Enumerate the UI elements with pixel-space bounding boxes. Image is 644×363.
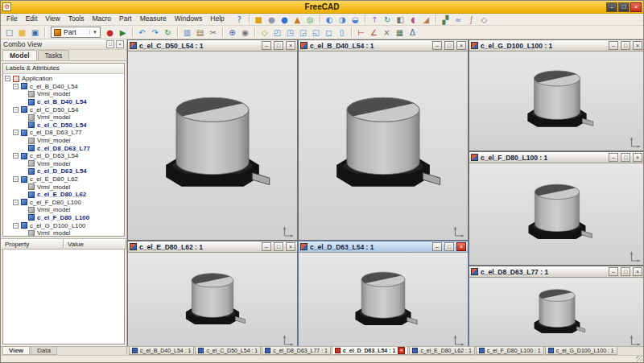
restore-button[interactable]: □: [621, 41, 630, 50]
resize-grip[interactable]: [636, 356, 642, 361]
collapse-icon[interactable]: −: [5, 76, 10, 81]
loft-icon[interactable]: ≈: [452, 14, 464, 25]
minimize-button[interactable]: –: [432, 242, 442, 251]
open-document-icon[interactable]: ■: [16, 27, 28, 38]
measure-linear-icon[interactable]: ⊢: [355, 27, 367, 38]
tree-item-c-el-d8-d63-l77[interactable]: c_el_D8_D63_L77: [3, 144, 124, 152]
view-rear-icon[interactable]: ◱: [310, 27, 322, 38]
window-tab-c-el-b-d40-l54-1[interactable]: c_el_B_D40_L54 : 1: [129, 347, 194, 355]
tree-item-c-el-f-d80-l100[interactable]: c_el_F_D80_L100: [3, 214, 124, 222]
combo-view-header[interactable]: Combo View □ ×: [1, 39, 126, 50]
close-button[interactable]: ×: [633, 41, 642, 50]
cut-icon[interactable]: ✂: [207, 27, 219, 38]
tree-item-vrml-model[interactable]: Vrml_model: [3, 90, 124, 98]
tree-item-vrml-model[interactable]: Vrml_model: [3, 160, 124, 168]
tree-item-c-el-d8-d63-l77[interactable]: −c_el_D8_D63_L77: [3, 129, 124, 137]
view-front-icon[interactable]: ◰: [271, 27, 283, 38]
3d-viewport[interactable]: [469, 163, 643, 265]
property-editor[interactable]: [2, 250, 125, 344]
mdi-window-titlebar[interactable]: c_el_G_D100_L100 : 1–□×: [469, 40, 643, 52]
restore-button[interactable]: □: [621, 153, 630, 162]
minimize-button[interactable]: –: [606, 2, 617, 12]
restore-button[interactable]: □: [444, 41, 454, 50]
draw-style-icon[interactable]: ◉: [239, 27, 251, 38]
tree-item-application[interactable]: −Application: [3, 75, 124, 83]
tree-item-c-el-b-d40-l54[interactable]: −c_el_B_D40_L54: [3, 83, 124, 91]
tree-item-c-el-c-d50-l54[interactable]: c_el_C_D50_L54: [3, 122, 124, 130]
minimize-button[interactable]: –: [432, 41, 442, 50]
menu-measure[interactable]: Measure: [136, 14, 171, 25]
3d-viewport[interactable]: [469, 278, 643, 346]
maximize-button[interactable]: □: [618, 2, 630, 12]
part-sphere-icon[interactable]: ●: [279, 14, 291, 25]
collapse-icon[interactable]: −: [13, 223, 19, 229]
menu-edit[interactable]: Edit: [22, 14, 42, 25]
mirror-icon[interactable]: ◧: [394, 14, 407, 25]
mdi-window-titlebar[interactable]: c_el_E_D80_L62 : 1–□×: [128, 241, 297, 253]
macro-run-icon[interactable]: ▶: [117, 27, 129, 38]
minimize-button[interactable]: –: [262, 41, 271, 50]
3d-viewport[interactable]: [128, 52, 297, 240]
close-button[interactable]: ×: [630, 2, 642, 12]
tree-body[interactable]: −Application−c_el_B_D40_L54Vrml_modelc_e…: [3, 74, 124, 236]
boolean-union-icon[interactable]: ◐: [324, 14, 336, 25]
menu-view[interactable]: View: [41, 14, 64, 25]
minimize-button[interactable]: –: [609, 267, 618, 276]
measure-toggle-delta-icon[interactable]: Δ: [407, 27, 419, 38]
mdi-window-titlebar[interactable]: c_el_D_D63_L54 : 1–□×: [299, 241, 468, 253]
window-tab-c-el-f-d80-l100-1[interactable]: c_el_F_D80_L100 : 1: [476, 347, 544, 355]
close-button[interactable]: ×: [456, 41, 466, 50]
mdi-window-titlebar[interactable]: c_el_B_D40_L54 : 1–□×: [299, 40, 468, 52]
refresh-icon[interactable]: ↻: [162, 27, 174, 38]
measure-angular-icon[interactable]: ∠: [368, 27, 380, 38]
collapse-icon[interactable]: −: [13, 107, 19, 113]
tree-item-c-el-d-d63-l54[interactable]: −c_el_D_D63_L54: [3, 152, 124, 160]
restore-button[interactable]: □: [444, 242, 454, 251]
sweep-icon[interactable]: ∫: [465, 14, 477, 25]
value-column-header[interactable]: Value: [64, 239, 126, 250]
collapse-icon[interactable]: −: [13, 130, 19, 135]
collapse-icon[interactable]: −: [13, 84, 19, 89]
view-bottom-icon[interactable]: ◻: [323, 27, 335, 38]
measure-toggle-3d-icon[interactable]: ▦: [394, 27, 406, 38]
window-titlebar[interactable]: ⚙ FreeCAD – □ ×: [1, 1, 643, 14]
copy-icon[interactable]: ▥: [181, 27, 193, 38]
menu-part[interactable]: Part: [115, 14, 136, 25]
menu-file[interactable]: File: [2, 14, 22, 25]
window-tab-c-el-d-d63-l54-1[interactable]: c_el_D_D63_L54 : 1×: [332, 347, 408, 355]
menu-help[interactable]: Help: [206, 14, 228, 25]
revolve-icon[interactable]: ↻: [382, 14, 394, 25]
restore-button[interactable]: □: [274, 41, 283, 50]
tree-item-c-el-b-d40-l54[interactable]: c_el_B_D40_L54: [3, 98, 124, 106]
collapse-icon[interactable]: −: [13, 153, 19, 159]
tree-item-vrml-model[interactable]: Vrml_model: [3, 183, 124, 191]
restore-button[interactable]: □: [621, 267, 630, 276]
close-tab-icon[interactable]: ×: [398, 347, 405, 354]
chamfer-icon[interactable]: ◢: [420, 14, 432, 25]
measure-clear-icon[interactable]: ×: [381, 27, 393, 38]
boolean-cut-icon[interactable]: ◒: [349, 14, 361, 25]
tab-view[interactable]: View: [2, 347, 30, 355]
menu-tools[interactable]: Tools: [64, 14, 89, 25]
macro-record-icon[interactable]: ●: [104, 27, 116, 38]
tab-data[interactable]: Data: [31, 347, 57, 355]
collapse-icon[interactable]: −: [13, 176, 19, 182]
tree-item-c-el-e-d80-l62[interactable]: c_el_E_D80_L62: [3, 191, 124, 199]
tree-item-vrml-model[interactable]: Vrml_model: [3, 229, 124, 236]
shapebuilder-icon[interactable]: ◇: [478, 14, 490, 25]
view-isometric-icon[interactable]: ◇: [258, 27, 270, 38]
tree-item-c-el-f-d80-l100[interactable]: −c_el_F_D80_L100: [3, 199, 124, 207]
paste-icon[interactable]: ▤: [194, 27, 206, 38]
window-tab-c-el-e-d80-l62-1[interactable]: c_el_E_D80_L62 : 1: [409, 347, 474, 355]
3d-viewport[interactable]: [469, 52, 643, 151]
minimize-button[interactable]: –: [262, 242, 271, 251]
menu-windows[interactable]: Windows: [171, 14, 206, 25]
tree-item-vrml-model[interactable]: Vrml_model: [3, 206, 124, 214]
restore-button[interactable]: □: [274, 242, 283, 251]
float-panel-button[interactable]: □: [106, 40, 114, 48]
close-button[interactable]: ×: [633, 267, 642, 276]
property-column-header[interactable]: Property: [1, 239, 64, 250]
tab-model[interactable]: Model: [2, 50, 37, 60]
close-button[interactable]: ×: [286, 41, 295, 50]
part-cylinder-icon[interactable]: ●: [266, 14, 278, 25]
